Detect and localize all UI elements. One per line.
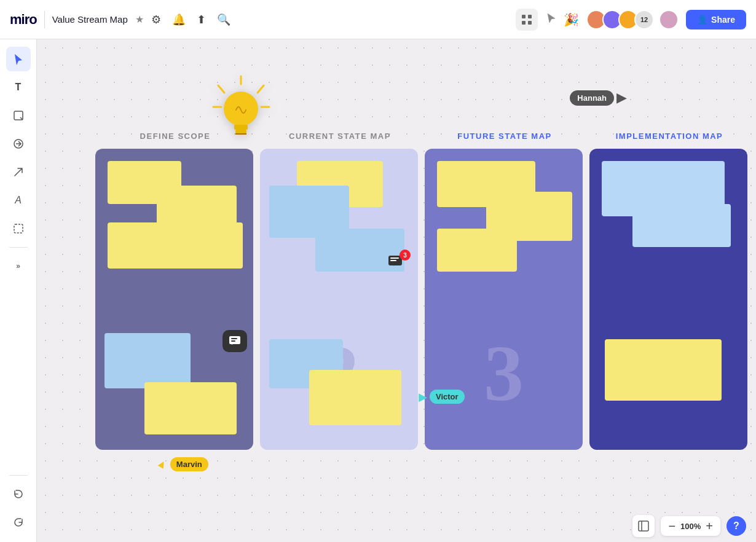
select-tool[interactable] — [6, 47, 31, 71]
zoom-level: 100% — [680, 522, 701, 531]
note-tool[interactable] — [6, 103, 31, 128]
svg-line-8 — [218, 85, 224, 93]
marvin-cursor: ▲ Marvin — [157, 457, 208, 471]
frame-tool[interactable] — [6, 216, 31, 241]
redo-button[interactable] — [6, 510, 31, 535]
zoom-control: − 100% + — [661, 516, 720, 536]
cursor-mode-icon[interactable] — [545, 12, 557, 27]
comment-badge[interactable] — [222, 330, 247, 352]
col-current-state: 2 3 — [260, 149, 418, 450]
sticky-note[interactable] — [437, 229, 517, 272]
text-tool[interactable]: T — [6, 75, 31, 100]
svg-line-9 — [258, 85, 264, 93]
svg-rect-13 — [234, 125, 248, 130]
search-icon[interactable]: 🔍 — [217, 13, 230, 26]
header-toolbar-icons: 🎉 — [545, 12, 579, 27]
avatars-group: 12 — [586, 10, 679, 29]
zoom-in-button[interactable]: + — [706, 520, 713, 532]
header-left: miro Value Stream Map ★ ⚙ 🔔 ⬆ 🔍 — [10, 11, 516, 28]
notification-area[interactable]: 3 — [387, 253, 407, 272]
star-icon[interactable]: ★ — [135, 14, 144, 25]
share-label: Share — [711, 15, 735, 25]
svg-rect-16 — [229, 336, 240, 344]
svg-rect-22 — [639, 521, 648, 531]
upload-icon[interactable]: ⬆ — [197, 13, 206, 26]
victor-arrow: ◀ — [419, 390, 427, 404]
header-divider — [44, 11, 45, 28]
col4-label: IMPLEMENTATION MAP — [589, 132, 749, 141]
svg-rect-17 — [231, 338, 237, 339]
col-define-scope: 1 — [95, 149, 253, 450]
bell-icon[interactable]: 🔔 — [172, 13, 186, 26]
avatar-count[interactable]: 12 — [634, 10, 654, 29]
svg-rect-3 — [528, 21, 532, 25]
sidebar-toggle-button[interactable] — [632, 515, 655, 537]
marvin-arrow: ▲ — [154, 456, 170, 473]
gear-icon[interactable]: ⚙ — [151, 13, 161, 26]
header-icons: ⚙ 🔔 ⬆ 🔍 — [151, 13, 230, 26]
col1-label: DEFINE SCOPE — [95, 132, 255, 141]
notification-badge: 3 — [400, 249, 411, 261]
svg-rect-6 — [14, 224, 23, 233]
header: miro Value Stream Map ★ ⚙ 🔔 ⬆ 🔍 — [0, 0, 756, 39]
zoom-out-button[interactable]: − — [668, 520, 675, 532]
sticky-note[interactable] — [104, 333, 191, 388]
bottom-bar: − 100% + ? — [37, 510, 756, 542]
col3-number: 3 — [484, 333, 524, 413]
sticky-note[interactable] — [157, 186, 237, 226]
svg-rect-18 — [231, 340, 235, 342]
share-icon: 👤 — [697, 15, 707, 25]
hannah-label: Hannah — [570, 90, 614, 106]
victor-cursor: ◀ Victor — [419, 390, 465, 404]
tool-separator-2 — [9, 475, 28, 476]
sticky-note[interactable] — [632, 204, 731, 247]
share-button[interactable]: 👤 Share — [686, 10, 746, 29]
link-tool[interactable] — [6, 132, 31, 156]
svg-rect-0 — [522, 15, 526, 18]
sticky-note[interactable] — [108, 222, 243, 269]
col-implementation: 4 — [589, 149, 747, 450]
col-future-state: 3 — [425, 149, 583, 450]
confetti-icon[interactable]: 🎉 — [564, 12, 579, 27]
hannah-cursor: Hannah ▶ — [570, 90, 627, 106]
miro-logo: miro — [10, 12, 37, 28]
more-tools[interactable]: » — [6, 254, 31, 278]
board-title: Value Stream Map — [52, 14, 128, 25]
avatar-main[interactable] — [659, 10, 679, 29]
tool-bottom — [6, 473, 31, 535]
left-toolbar: T A » — [0, 39, 37, 542]
undo-button[interactable] — [6, 482, 31, 506]
svg-rect-1 — [528, 15, 532, 18]
arrow-tool[interactable] — [6, 160, 31, 184]
apps-button[interactable] — [516, 9, 538, 31]
sticky-note[interactable] — [605, 339, 722, 401]
header-right: 🎉 12 👤 Share — [516, 9, 746, 31]
svg-rect-21 — [390, 260, 396, 261]
marvin-label: Marvin — [170, 457, 208, 471]
sticky-note[interactable] — [144, 382, 237, 434]
victor-label: Victor — [430, 390, 465, 404]
svg-rect-20 — [390, 257, 399, 259]
hannah-arrow: ▶ — [616, 90, 627, 106]
help-button[interactable]: ? — [726, 516, 746, 536]
pen-tool[interactable]: A — [6, 188, 31, 213]
svg-rect-2 — [522, 21, 526, 25]
tool-separator — [9, 247, 28, 248]
col2-label: CURRENT STATE MAP — [260, 132, 420, 141]
lightbulb-illustration — [212, 73, 270, 155]
col3-label: FUTURE STATE MAP — [425, 132, 585, 141]
sticky-note[interactable] — [309, 370, 401, 425]
canvas[interactable]: DEFINE SCOPE CURRENT STATE MAP FUTURE ST… — [37, 39, 756, 542]
